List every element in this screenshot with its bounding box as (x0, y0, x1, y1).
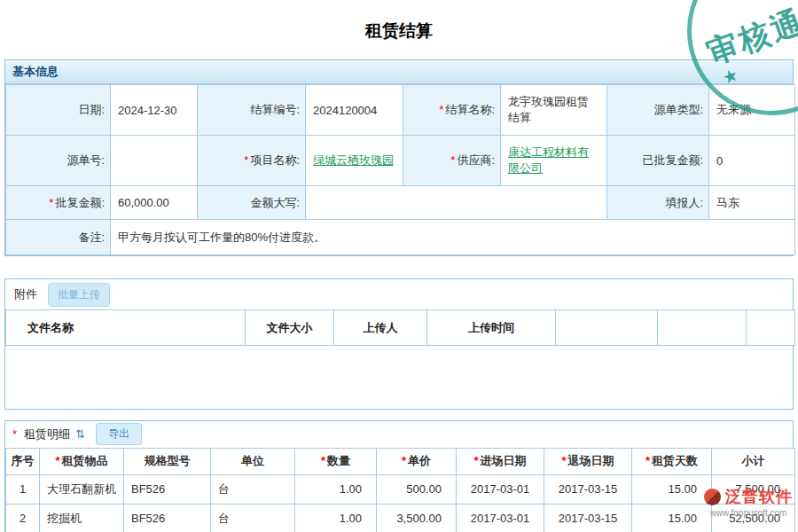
required-asterisk: * (321, 454, 325, 467)
table-cell: 15.00 (632, 474, 712, 504)
attachments-col-header (556, 310, 658, 346)
attachments-col-header: 上传人 (334, 310, 427, 346)
approve-amount-value: 60,000.00 (111, 186, 198, 220)
table-cell: 2017-03-15 (544, 474, 632, 504)
attachments-header-row: 文件名称文件大小上传人上传时间 (6, 310, 795, 346)
details-col-header: *租赁天数 (632, 448, 712, 474)
table-cell: 1 (6, 474, 40, 504)
table-cell: 7,500.00 (712, 474, 795, 504)
remark-value: 甲方每月按认可工作量的80%付进度款。 (111, 220, 795, 255)
source-type-label: 源单类型: (607, 85, 709, 136)
page-title: 租赁结算 (0, 0, 798, 59)
section-basic-info: 基本信息 日期: 2024-12-30 结算编号: 2024120004 *结算… (4, 59, 794, 256)
source-type-value: 无来源 (709, 85, 795, 136)
details-col-header: *进场日期 (457, 448, 544, 474)
amount-words-value (306, 186, 607, 220)
project-link[interactable]: 绿城云栖玫瑰园 (313, 153, 394, 167)
attachments-col-header (658, 310, 747, 346)
project-label: *项目名称: (198, 136, 306, 186)
approved-amount-label: 已批复金额: (607, 136, 709, 186)
attachments-table: 文件名称文件大小上传人上传时间 (5, 309, 795, 409)
required-asterisk: * (473, 454, 478, 467)
table-cell: BF526 (124, 504, 211, 532)
details-title: 租赁明细 (24, 426, 70, 442)
details-col-header: *数量 (295, 448, 377, 474)
reporter-value: 马东 (709, 186, 795, 220)
table-cell: 52,500.00 (712, 504, 795, 532)
details-col-header: 规格型号 (124, 448, 211, 474)
date-label: 日期: (6, 85, 111, 136)
required-asterisk: * (49, 196, 53, 209)
approved-amount-value: 0 (709, 136, 795, 186)
table-cell: 2017-03-01 (457, 504, 544, 532)
attachments-col-header: 文件大小 (246, 310, 334, 346)
section-attachments: 附件 批量上传 文件名称文件大小上传人上传时间 (4, 278, 794, 410)
table-cell: 挖掘机 (40, 504, 124, 532)
details-col-header: 单位 (211, 448, 295, 474)
table-cell: 2 (6, 504, 40, 532)
approve-amount-label: *批复金额: (6, 186, 111, 220)
table-cell: 1.00 (295, 504, 377, 532)
batch-upload-button[interactable]: 批量上传 (48, 283, 110, 307)
supplier-link[interactable]: 康达工程材料有限公司 (508, 145, 589, 175)
sort-icon[interactable]: ⇅ (75, 427, 85, 441)
table-cell: 大理石翻新机 (40, 474, 124, 504)
table-cell: 500.00 (377, 474, 457, 504)
table-cell: 台 (211, 474, 295, 504)
project-value: 绿城云栖玫瑰园 (306, 136, 403, 186)
table-cell: 15.00 (632, 504, 712, 532)
details-col-header: *租赁物品 (40, 448, 124, 474)
details-body: 1大理石翻新机BF526台1.00500.002017-03-012017-03… (6, 474, 795, 532)
table-cell: BF526 (124, 474, 211, 504)
required-asterisk: * (439, 103, 443, 116)
table-cell: 1.00 (295, 474, 377, 504)
table-cell: 2017-03-01 (457, 474, 544, 504)
source-no-label: 源单号: (6, 136, 111, 186)
details-col-header: *退场日期 (544, 448, 632, 474)
required-asterisk: * (645, 454, 650, 467)
required-asterisk: * (450, 153, 455, 167)
required-asterisk: * (12, 427, 17, 441)
attachments-col-header: 上传时间 (427, 310, 556, 346)
attachments-empty-row (6, 346, 795, 409)
source-no-value (111, 136, 198, 186)
settle-name-value: 龙宇玫瑰园租赁结算 (501, 85, 607, 136)
details-col-header: *单价 (377, 448, 457, 474)
date-value: 2024-12-30 (111, 85, 198, 136)
table-cell: 2017-03-15 (544, 504, 632, 532)
details-header-row: 序号*租赁物品规格型号单位*数量*单价*进场日期*退场日期*租赁天数小计 (6, 448, 795, 474)
section-details: *租赁明细 ⇅ 导出 序号*租赁物品规格型号单位*数量*单价*进场日期*退场日期… (4, 420, 794, 532)
supplier-value: 康达工程材料有限公司 (501, 136, 607, 186)
details-col-header: 序号 (6, 448, 40, 474)
required-asterisk: * (402, 454, 406, 467)
required-asterisk: * (55, 454, 59, 467)
settle-no-label: 结算编号: (198, 85, 306, 136)
reporter-label: 填报人: (607, 186, 709, 220)
section-basic-info-header: 基本信息 (5, 60, 793, 84)
table-row: 1大理石翻新机BF526台1.00500.002017-03-012017-03… (6, 474, 795, 504)
required-asterisk: * (561, 454, 566, 467)
required-asterisk: * (244, 153, 248, 167)
attachments-col-header: 文件名称 (6, 310, 246, 346)
table-cell: 台 (211, 504, 295, 532)
settle-name-label: *结算名称: (403, 85, 501, 136)
details-col-header: 小计 (712, 448, 795, 474)
supplier-label: *供应商: (403, 136, 501, 186)
basic-info-table: 日期: 2024-12-30 结算编号: 2024120004 *结算名称: 龙… (5, 84, 795, 255)
remark-label: 备注: (6, 220, 111, 255)
details-table: 序号*租赁物品规格型号单位*数量*单价*进场日期*退场日期*租赁天数小计 1大理… (5, 448, 795, 532)
table-cell: 3,500.00 (377, 504, 457, 532)
amount-words-label: 金额大写: (198, 186, 306, 220)
attachments-title: 附件 (14, 286, 37, 302)
settle-no-value: 2024120004 (306, 85, 403, 136)
export-button[interactable]: 导出 (96, 423, 142, 445)
table-row: 2挖掘机BF526台1.003,500.002017-03-012017-03-… (6, 504, 795, 532)
attachments-col-header (747, 310, 795, 346)
